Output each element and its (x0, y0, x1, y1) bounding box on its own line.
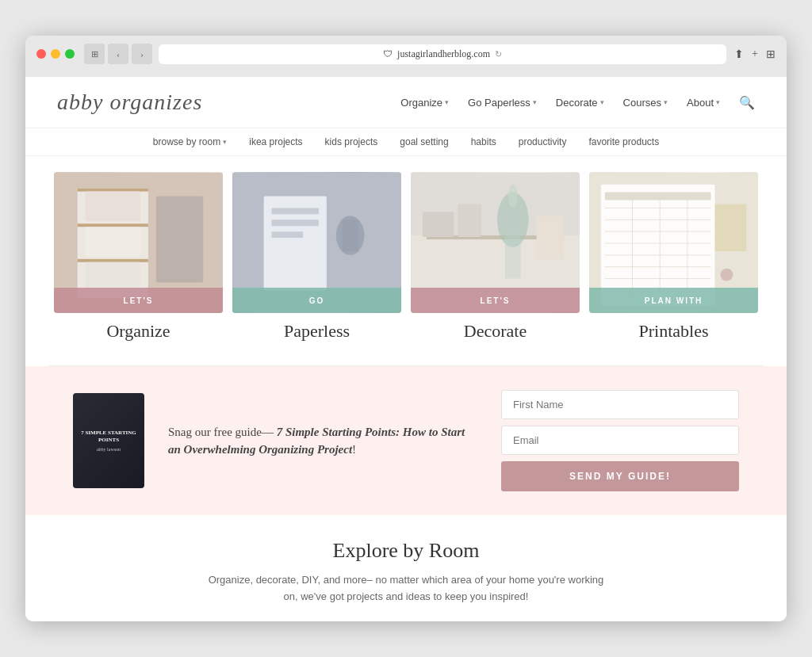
site-logo[interactable]: abby organizes (57, 90, 202, 115)
main-navigation: Organize ▾ Go Paperless ▾ Decorate ▾ Cou… (400, 95, 755, 110)
card-paperless-badge: GO (232, 288, 401, 313)
chevron-down-icon: ▾ (533, 98, 537, 106)
browser-chrome: ⊞ ‹ › 🛡 justagirlandherblog.com ↻ ⬆ + ⊞ (25, 36, 787, 77)
back-button[interactable]: ‹ (108, 44, 128, 64)
cta-text-content: Snag our free guide— 7 Simple Starting P… (168, 423, 477, 459)
card-paperless[interactable]: GO Paperless (232, 172, 401, 342)
svg-rect-8 (156, 197, 203, 283)
card-printables-badge: PLAN WITH (589, 288, 758, 313)
svg-rect-20 (458, 204, 481, 238)
svg-rect-13 (272, 231, 304, 238)
chevron-down-icon: ▾ (664, 98, 668, 106)
explore-title: Explore by Room (73, 539, 739, 563)
explore-subtitle: Organize, decorate, DIY, and more– no ma… (208, 572, 604, 605)
svg-rect-7 (86, 262, 140, 288)
browser-dots (36, 49, 75, 59)
hero-cards-section: LET'S Organize (25, 156, 787, 365)
card-printables-title: Printables (589, 321, 758, 342)
card-decorate-badge: LET'S (411, 288, 580, 313)
browser-nav-buttons: ⊞ ‹ › (84, 44, 152, 64)
share-icon[interactable]: ⬆ (734, 48, 744, 61)
card-organize-title: Organize (54, 321, 223, 342)
sec-nav-habits[interactable]: habits (471, 136, 496, 147)
secondary-navigation: browse by room ▾ ikea projects kids proj… (25, 128, 787, 156)
nav-decorate[interactable]: Decorate ▾ (556, 97, 604, 109)
svg-point-22 (508, 185, 518, 208)
add-tab-icon[interactable]: + (752, 48, 758, 61)
card-organize-image: LET'S (54, 172, 223, 313)
site-content: abby organizes Organize ▾ Go Paperless ▾… (25, 77, 787, 621)
cta-book-image: 7 SIMPLE STARTING POINTS abby lawson (73, 393, 144, 488)
explore-section: Explore by Room Organize, decorate, DIY,… (25, 515, 787, 621)
search-icon[interactable]: 🔍 (739, 95, 755, 110)
sidebar-toggle[interactable]: ⊞ (84, 44, 105, 64)
email-input[interactable] (501, 426, 739, 455)
first-name-input[interactable] (501, 390, 739, 419)
svg-rect-6 (86, 227, 140, 257)
maximize-dot[interactable] (65, 49, 75, 59)
sec-nav-favorite-products[interactable]: favorite products (588, 136, 659, 147)
svg-rect-12 (272, 220, 319, 226)
svg-rect-19 (423, 212, 454, 238)
chevron-down-icon: ▾ (223, 138, 227, 146)
card-organize-badge: LET'S (54, 288, 223, 313)
svg-rect-38 (715, 204, 747, 251)
cta-book-title: 7 SIMPLE STARTING POINTS (79, 430, 138, 444)
card-paperless-title: Paperless (232, 321, 401, 342)
close-dot[interactable] (36, 49, 46, 59)
browser-action-buttons: ⬆ + ⊞ (734, 48, 776, 61)
svg-point-39 (720, 269, 733, 281)
browser-toolbar-spacer (36, 71, 776, 77)
svg-rect-2 (78, 189, 148, 192)
card-paperless-image: GO (232, 172, 401, 313)
browser-titlebar: ⊞ ‹ › 🛡 justagirlandherblog.com ↻ ⬆ + ⊞ (36, 44, 776, 64)
svg-rect-11 (272, 208, 319, 215)
svg-rect-23 (505, 231, 521, 278)
svg-rect-15 (343, 220, 358, 251)
forward-button[interactable]: › (132, 44, 152, 64)
card-decorate[interactable]: LET'S Decorate (411, 172, 580, 342)
minimize-dot[interactable] (51, 49, 60, 59)
sec-nav-browse-by-room[interactable]: browse by room ▾ (153, 136, 227, 147)
card-printables[interactable]: PLAN WITH Printables (589, 172, 758, 342)
nav-courses[interactable]: Courses ▾ (623, 97, 668, 109)
send-guide-button[interactable]: SEND MY GUIDE! (501, 461, 739, 491)
refresh-icon[interactable]: ↻ (495, 49, 502, 59)
cta-book-author: abby lawson (97, 447, 121, 452)
svg-rect-3 (78, 223, 148, 227)
nav-go-paperless[interactable]: Go Paperless ▾ (468, 97, 537, 109)
shield-icon: 🛡 (383, 48, 393, 60)
card-decorate-title: Decorate (411, 321, 580, 342)
svg-rect-27 (605, 193, 711, 201)
tab-grid-icon[interactable]: ⊞ (766, 48, 776, 61)
chevron-down-icon: ▾ (600, 98, 604, 106)
chevron-down-icon: ▾ (445, 98, 449, 106)
svg-rect-5 (86, 192, 140, 222)
cta-section: 7 SIMPLE STARTING POINTS abby lawson Sna… (25, 366, 787, 515)
nav-about[interactable]: About ▾ (687, 97, 720, 109)
card-organize[interactable]: LET'S Organize (54, 172, 223, 342)
sec-nav-productivity[interactable]: productivity (519, 136, 567, 147)
browser-window: ⊞ ‹ › 🛡 justagirlandherblog.com ↻ ⬆ + ⊞ … (25, 36, 787, 621)
url-text: justagirlandherblog.com (397, 48, 490, 60)
chevron-down-icon: ▾ (716, 98, 720, 106)
card-decorate-image: LET'S (411, 172, 580, 313)
sec-nav-goal-setting[interactable]: goal setting (400, 136, 448, 147)
svg-rect-4 (78, 259, 148, 262)
cta-form: SEND MY GUIDE! (501, 390, 739, 491)
sec-nav-kids-projects[interactable]: kids projects (325, 136, 378, 147)
nav-organize[interactable]: Organize ▾ (400, 97, 449, 109)
card-printables-image: PLAN WITH (589, 172, 758, 313)
address-bar[interactable]: 🛡 justagirlandherblog.com ↻ (159, 44, 726, 64)
svg-rect-24 (537, 216, 565, 259)
site-header: abby organizes Organize ▾ Go Paperless ▾… (25, 77, 787, 128)
sec-nav-ikea-projects[interactable]: ikea projects (249, 136, 302, 147)
